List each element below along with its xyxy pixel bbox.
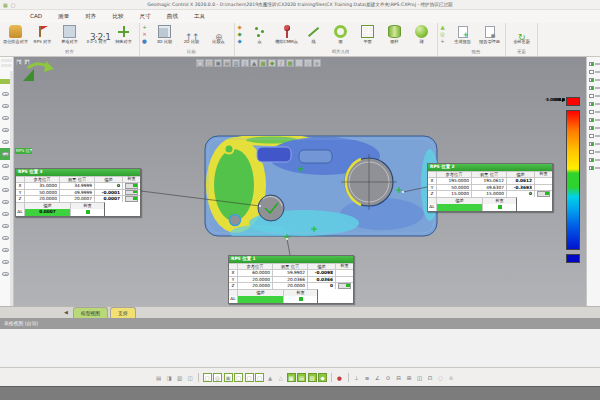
status-tool-icon[interactable] xyxy=(348,373,349,382)
status-tool-icon[interactable]: ⊞ xyxy=(405,373,414,382)
status-tool-icon[interactable]: ▤ xyxy=(297,373,306,382)
mini-tool-icon[interactable]: ◆ xyxy=(235,31,244,38)
menu-item[interactable]: 曲线 xyxy=(159,10,186,23)
status-tool-icon[interactable]: ▲ xyxy=(266,373,275,382)
menu-item[interactable]: 测量 xyxy=(50,10,77,23)
view-tool-icon[interactable]: ▥ xyxy=(232,59,240,67)
visibility-eye-icon[interactable] xyxy=(2,164,9,169)
ribbon-button[interactable]: ↻ 全部更新 xyxy=(508,24,535,44)
ribbon-button[interactable]: 最佳拟合对齐 xyxy=(2,24,29,44)
display-options-panel[interactable] xyxy=(586,57,600,306)
status-tool-icon[interactable] xyxy=(331,373,332,382)
visibility-eye-icon[interactable] xyxy=(2,92,9,97)
3d-viewport[interactable]: ◧◨ ◯◫▣▤▥▯▲▦◆/▩◌◎◉ RPS 位置 3 1.0000 xyxy=(14,57,586,306)
small-hole-feature[interactable] xyxy=(258,195,284,221)
status-tool-icon[interactable]: ◆ xyxy=(318,373,327,382)
visibility-eye-icon[interactable] xyxy=(2,224,9,229)
status-tool-icon[interactable]: ▣ xyxy=(224,373,233,382)
view-tool-icon[interactable]: ▤ xyxy=(223,59,231,67)
checkbox[interactable] xyxy=(589,86,594,91)
view-tool-icon[interactable]: ◯ xyxy=(196,59,204,67)
status-tool-icon[interactable]: ▢ xyxy=(203,373,212,382)
visibility-eye-icon[interactable] xyxy=(2,140,9,145)
status-tool-icon[interactable]: ▥ xyxy=(175,373,184,382)
ribbon-button[interactable]: 平面 xyxy=(354,24,381,44)
checkbox[interactable] xyxy=(589,142,594,147)
ribbon-button[interactable]: 转换对齐 xyxy=(110,24,137,44)
checkbox[interactable] xyxy=(589,158,594,163)
status-tool-icon[interactable] xyxy=(198,373,199,382)
pin-hole-top-left[interactable] xyxy=(225,145,234,154)
slot-feature-left[interactable] xyxy=(257,147,291,162)
status-tool-icon[interactable]: ◫ xyxy=(415,373,424,382)
mini-tool-icon[interactable]: ◆ xyxy=(235,38,244,45)
view-tool-icon[interactable]: ▦ xyxy=(259,59,267,67)
status-tool-icon[interactable]: ≡ xyxy=(363,373,372,382)
ribbon-button[interactable]: RPS 对齐 xyxy=(29,24,56,44)
rps-annotation-table-3[interactable]: RPS 位置 3 参考位置 测量 位置 偏差 检查 X 35.0000 34.9… xyxy=(15,168,141,217)
status-tool-icon[interactable]: ▢ xyxy=(245,373,254,382)
ribbon-button[interactable]: 3·2·1 3-2-1 对齐 xyxy=(83,24,110,44)
menu-item[interactable]: 尺寸 xyxy=(132,10,159,23)
ribbon-button[interactable]: ⊕ 比较点 xyxy=(205,24,232,44)
status-tool-icon[interactable]: ▤ xyxy=(154,373,163,382)
status-tool-icon[interactable]: ⊥ xyxy=(352,373,361,382)
status-tool-icon[interactable]: ◫ xyxy=(186,373,195,382)
status-tool-icon[interactable]: ⊟ xyxy=(394,373,403,382)
view-tool-icon[interactable]: ◆ xyxy=(268,59,276,67)
visibility-eye-icon[interactable] xyxy=(2,212,9,217)
visibility-eye-icon[interactable] xyxy=(2,188,9,193)
checkbox[interactable] xyxy=(589,126,594,131)
model-tree-panel[interactable]: RPS 对齐 xyxy=(0,57,14,306)
stage-navigation-arrow-icon[interactable] xyxy=(19,58,57,84)
status-tool-icon[interactable]: ○ xyxy=(436,373,445,382)
status-tool-icon[interactable]: ⊕ xyxy=(447,373,456,382)
status-tool-icon[interactable]: ⊙ xyxy=(384,373,393,382)
visibility-eye-icon[interactable] xyxy=(2,236,9,241)
ribbon-button[interactable]: 基准对齐 xyxy=(56,24,83,44)
mini-tool-icon[interactable]: ● xyxy=(140,38,149,45)
annotation-mini-tag[interactable]: RPS 位置 3 xyxy=(15,148,32,154)
view-tool-icon[interactable]: ▲ xyxy=(250,59,258,67)
mini-tool-icon[interactable]: + xyxy=(140,24,149,31)
mini-tool-icon[interactable]: × xyxy=(140,31,149,38)
status-tool-icon[interactable]: ▢ xyxy=(255,373,264,382)
status-tool-icon[interactable]: ▢ xyxy=(234,373,243,382)
status-tool-icon[interactable]: ▦ xyxy=(287,373,296,382)
checkbox[interactable] xyxy=(589,62,594,67)
rps-annotation-table-2[interactable]: RPS 位置 2 参考位置 测量 位置 偏差 检查 X 195.0000 195… xyxy=(427,163,553,212)
checkbox[interactable] xyxy=(589,166,594,171)
mini-tool-icon[interactable]: ◆ xyxy=(235,24,244,31)
ribbon-button[interactable]: 模拟CMM点 xyxy=(273,24,300,44)
checkbox[interactable] xyxy=(589,118,594,123)
menu-item[interactable]: 对齐 xyxy=(77,10,104,23)
visibility-eye-icon[interactable] xyxy=(2,272,9,277)
view-tool-icon[interactable]: ◌ xyxy=(295,59,303,67)
menu-item[interactable]: CAD xyxy=(22,10,50,23)
status-tool-icon[interactable]: ● xyxy=(335,373,344,382)
menu-item[interactable]: 工具 xyxy=(186,10,213,23)
checkbox[interactable] xyxy=(589,70,594,75)
menu-item[interactable]: 比较 xyxy=(104,10,131,23)
collapse-tabs-button[interactable]: ◀ xyxy=(64,307,68,318)
visibility-eye-icon[interactable] xyxy=(2,104,9,109)
ribbon-button[interactable]: 圆柱 xyxy=(381,24,408,44)
ribbon-button[interactable]: 生成报告 xyxy=(449,24,476,44)
mini-tool-icon[interactable]: + xyxy=(438,38,447,45)
visibility-eye-icon[interactable] xyxy=(2,176,9,181)
mini-tool-icon[interactable]: ▲ xyxy=(438,24,447,31)
status-tool-icon[interactable]: ⊡ xyxy=(426,373,435,382)
visibility-eye-icon[interactable] xyxy=(2,116,9,121)
view-tool-icon[interactable]: ◫ xyxy=(205,59,213,67)
ribbon-button[interactable]: 圆 xyxy=(327,24,354,44)
visibility-eye-icon[interactable] xyxy=(2,248,9,253)
mini-tool-icon[interactable]: ◎ xyxy=(438,31,447,38)
view-tool-icon[interactable]: ▣ xyxy=(214,59,222,67)
status-tool-icon[interactable]: △ xyxy=(276,373,285,382)
ribbon-button[interactable]: 报告管理器 xyxy=(476,24,503,44)
visibility-eye-icon[interactable] xyxy=(2,128,9,133)
checkbox[interactable] xyxy=(589,94,594,99)
status-tool-icon[interactable]: ∠ xyxy=(373,373,382,382)
ribbon-button[interactable]: 球 xyxy=(408,24,435,44)
tree-scrollbar[interactable] xyxy=(10,71,13,306)
